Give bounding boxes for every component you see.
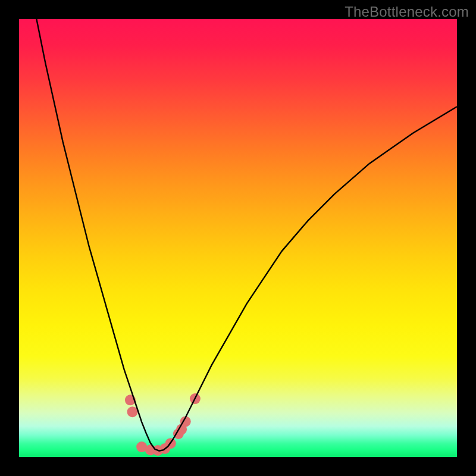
- chart-svg: [19, 19, 457, 457]
- outer-frame: TheBottleneck.com: [0, 0, 476, 476]
- data-marker: [127, 406, 138, 417]
- plot-area: [19, 19, 457, 457]
- watermark-text: TheBottleneck.com: [345, 4, 469, 20]
- data-markers: [125, 393, 201, 456]
- bottleneck-curve: [36, 19, 457, 451]
